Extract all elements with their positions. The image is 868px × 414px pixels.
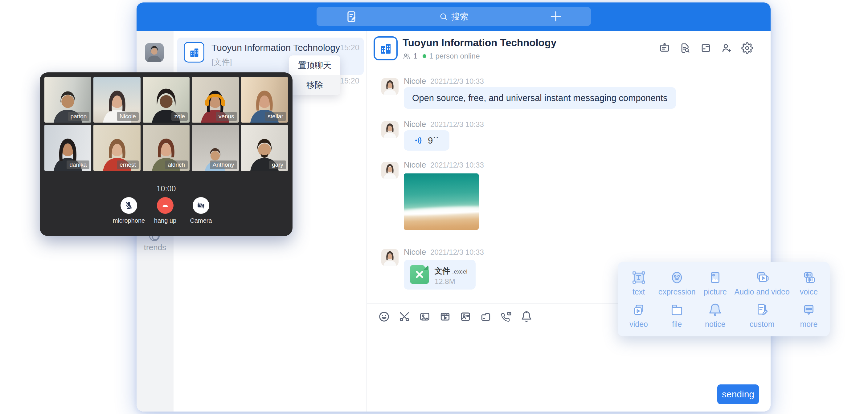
sender-name: Nicole [404,76,426,86]
sender-name: Nicole [404,160,426,170]
image-message[interactable] [404,173,479,230]
video-tile[interactable]: zole [143,77,190,123]
settings-button[interactable] [740,41,754,55]
hangup-control[interactable]: hang up [147,197,184,224]
message-type-panel: text expression picture Audio and video … [618,262,830,337]
nav-item-trends[interactable]: trends [136,243,174,252]
video-tile[interactable]: venus [192,77,239,123]
online-dot [423,54,426,58]
message-avatar[interactable] [381,121,399,138]
message-meta: Nicole 2021/12/3 10:33 [404,76,484,86]
video-tile[interactable]: gary [241,125,288,171]
video-tile[interactable]: aldrich [143,125,190,171]
screenshot-scissors-button[interactable] [398,310,411,323]
picture-button[interactable] [418,310,432,323]
voice-message-bubble[interactable]: 9`` [404,130,450,151]
participant-name: gary [269,160,286,169]
panel-label: picture [704,287,727,296]
panel-item-text[interactable]: text [620,270,658,296]
panel-item-voice[interactable]: voice [790,270,828,296]
video-tile[interactable]: Anthony [192,125,239,171]
panel-item-notice[interactable]: notice [696,302,734,329]
mic-off-icon [124,201,133,210]
microphone-control[interactable]: microphone [110,197,147,224]
contact-card-button[interactable] [459,310,472,323]
file-name: 文件 [435,266,450,275]
chat-group-avatar [374,36,398,60]
panel-item-expression[interactable]: expression [658,270,696,296]
video-clapper-button[interactable] [438,310,452,323]
text-message-bubble[interactable]: Open source, free, and universal instant… [404,87,676,109]
custom-icon [754,302,770,318]
panel-label: Audio and video [735,287,790,296]
hangup-label: hang up [147,217,184,224]
panel-item-more[interactable]: more [790,302,828,329]
menu-item-pin-chat[interactable]: 置顶聊天 [289,56,340,75]
participant-name: Anthony [210,160,237,169]
conversation-title: Tuoyun Information Technology [212,42,340,53]
message-time: 2021/12/3 10:33 [430,161,484,169]
notice-board-button[interactable] [658,41,671,55]
audio-video-call-button[interactable] [499,310,513,323]
expression-icon [669,270,685,285]
notice-bell-button[interactable] [520,310,533,323]
video-tile[interactable]: ernest [93,125,140,171]
participant-name: stellar [265,112,286,121]
panel-label: more [800,320,817,329]
camera-control[interactable]: Camera [183,197,219,224]
chat-title: Tuoyun Information Technology [403,37,556,49]
building-icon [378,41,393,56]
message-avatar[interactable] [381,78,399,95]
chat-main: Tuoyun Information Technology 1 1 person… [367,31,771,412]
members-icon [403,52,410,60]
message-avatar[interactable] [381,249,399,266]
menu-item-remove[interactable]: 移除 [289,75,340,95]
panel-label: video [629,320,648,329]
file-size: 12.8M [435,277,455,286]
panel-label: custom [750,320,775,329]
microphone-button[interactable] [121,197,137,214]
message-avatar[interactable] [381,162,399,179]
plus-icon[interactable] [549,9,562,23]
video-tile[interactable]: patton [44,77,91,123]
panel-item-picture[interactable]: picture [696,270,734,296]
message-meta: Nicole 2021/12/3 10:33 [404,247,484,257]
camera-button[interactable] [193,197,209,214]
panel-item-custom[interactable]: custom [735,302,790,329]
conversation-time-2: 15:20 [340,76,360,85]
video-icon [631,302,646,318]
panel-label: text [632,287,645,296]
panel-item-audio-video[interactable]: Audio and video [735,270,790,296]
file-message-bubble[interactable]: 文件 .excel 12.8M [404,260,475,290]
file-folder-icon [669,302,685,318]
chat-history-search-button[interactable] [678,41,692,55]
folder-button[interactable] [479,310,493,323]
participant-name: zole [172,112,188,121]
panel-label: voice [800,287,818,296]
user-avatar[interactable] [145,43,164,62]
beach-photo [404,173,479,230]
emoji-button[interactable] [377,310,391,323]
file-button[interactable] [699,41,713,55]
video-tile[interactable]: stellar [241,77,288,123]
add-member-button[interactable] [720,41,733,55]
panel-label: notice [705,320,725,329]
file-fold-corner [423,265,429,270]
panel-label: expression [658,287,696,296]
participant-grid: patton Nicole zole venus stellar danika … [44,77,288,171]
camera-off-icon [196,201,206,210]
video-tile[interactable]: Nicole [93,77,140,123]
search-bar[interactable]: 搜索 [316,7,591,26]
voice-duration: 9`` [428,135,439,146]
video-tile[interactable]: danika [44,125,91,171]
voice-icon [801,270,816,285]
message-time: 2021/12/3 10:33 [430,120,484,129]
conversation-context-menu: 置顶聊天 移除 [289,56,340,95]
panel-item-file[interactable]: file [658,302,696,329]
message-meta: Nicole 2021/12/3 10:33 [404,120,484,129]
panel-item-video[interactable]: video [620,302,658,329]
message-meta: Nicole 2021/12/3 10:33 [404,160,484,170]
hangup-button[interactable] [157,197,174,214]
send-button[interactable]: sending [717,384,759,404]
group-avatar [184,42,204,63]
